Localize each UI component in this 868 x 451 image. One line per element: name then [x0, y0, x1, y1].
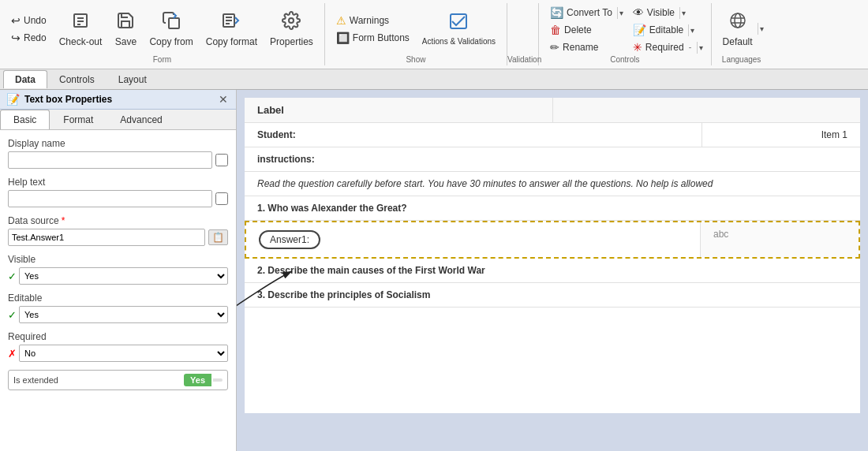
svg-point-12 — [735, 13, 741, 28]
visible-icon: 👁 — [633, 6, 644, 19]
copyfrom-button[interactable]: Copy from — [144, 8, 197, 50]
properties-button[interactable]: Properties — [265, 8, 318, 50]
question1-row: 1. Who was Alexander the Great? — [245, 196, 860, 221]
form-header-row: Label — [245, 98, 860, 123]
answer1-label-cell: Answer1: — [246, 222, 701, 257]
required-split: ✳ Required - ▾ — [628, 39, 705, 55]
actionsvalidations-button[interactable]: Actions & Validations — [417, 9, 500, 49]
editable-split: 📝 Editable ▾ — [628, 22, 705, 38]
convertto-split: 🔄 Convert To ▾ — [545, 5, 625, 20]
tab-data[interactable]: Data — [3, 70, 47, 88]
show-group-label: Show — [325, 55, 507, 64]
data-source-group: Data source * 📋 — [8, 215, 228, 246]
main-layout: 📝 Text box Properties ✕ Basic Format Adv… — [0, 90, 868, 451]
visible-arrow[interactable]: ▾ — [679, 7, 687, 19]
required-star: * — [62, 215, 65, 226]
editable-check-icon: ✓ — [8, 309, 17, 321]
toolbar-group-form: ↩ Undo ↪ Redo Check-out Save — [0, 3, 325, 65]
panel-content: Display name Help text — [0, 130, 236, 451]
form-header-label: Label — [245, 98, 553, 122]
is-extended-row: Is extended Yes — [8, 370, 228, 390]
data-source-browse-button[interactable]: 📋 — [208, 229, 228, 245]
svg-point-11 — [731, 13, 745, 28]
actionsvalidations-icon — [449, 12, 468, 35]
tab-layout[interactable]: Layout — [107, 70, 159, 88]
tab-controls[interactable]: Controls — [47, 70, 107, 88]
copyformat-button[interactable]: Copy format — [201, 8, 262, 50]
help-text-group: Help text — [8, 177, 228, 207]
browse-icon: 📋 — [212, 232, 224, 243]
panel-tab-format[interactable]: Format — [50, 110, 107, 129]
display-name-input[interactable] — [8, 151, 212, 169]
display-name-group: Display name — [8, 138, 228, 169]
required-select[interactable]: No Yes — [19, 345, 228, 362]
panel-header-left: 📝 Text box Properties — [6, 93, 112, 106]
default-button[interactable]: Default — [718, 8, 758, 50]
undo-icon: ↩ — [11, 14, 21, 27]
display-name-input-row — [8, 151, 228, 169]
delete-button[interactable]: 🗑 Delete — [545, 22, 625, 38]
editable-button[interactable]: 📝 Editable — [628, 22, 688, 38]
save-icon — [116, 11, 135, 35]
display-name-checkbox[interactable] — [215, 154, 228, 166]
editable-arrow[interactable]: ▾ — [688, 24, 696, 36]
rename-button[interactable]: ✏ Rename — [545, 39, 625, 55]
redo-button[interactable]: ↪ Redo — [6, 30, 51, 46]
required-group: Required ✗ No Yes — [8, 331, 228, 362]
instructions-label-row: instructions: — [245, 147, 860, 172]
panel-close-button[interactable]: ✕ — [217, 93, 230, 106]
editable-select[interactable]: Yes No — [19, 306, 228, 323]
form-container: Label Student: Item 1 instructions: Read… — [245, 98, 860, 413]
editable-group: Editable ✓ Yes No — [8, 293, 228, 323]
properties-icon — [282, 11, 301, 35]
visible-group: Visible ✓ Yes No — [8, 254, 228, 285]
warnings-icon: ⚠ — [336, 14, 346, 27]
help-text-checkbox[interactable] — [215, 192, 228, 205]
toggle-no-button[interactable] — [213, 378, 223, 382]
undo-button[interactable]: ↩ Undo — [6, 13, 51, 28]
toggle-yes-button[interactable]: Yes — [184, 374, 211, 386]
help-text-input[interactable] — [8, 190, 212, 207]
save-button[interactable]: Save — [110, 8, 141, 50]
toolbar-group-languages: Default ▾ Languages — [712, 3, 772, 65]
instructions-text-row: Read the question carefully before start… — [245, 172, 860, 196]
required-button[interactable]: ✳ Required - — [628, 39, 697, 55]
textbox-icon: 📝 — [6, 93, 20, 106]
panel-tab-advanced[interactable]: Advanced — [107, 110, 175, 129]
visible-check-icon: ✓ — [8, 270, 17, 282]
convertto-icon: 🔄 — [550, 6, 563, 19]
visible-select[interactable]: Yes No — [19, 267, 228, 285]
panel-tabs: Basic Format Advanced — [0, 110, 236, 130]
editable-label: Editable — [8, 293, 228, 304]
visible-label: Visible — [8, 254, 228, 265]
redo-icon: ↪ — [11, 32, 21, 44]
visible-button[interactable]: 👁 Visible — [628, 5, 679, 20]
data-source-label: Data source * — [8, 215, 228, 226]
checkout-icon — [71, 11, 90, 35]
panel-tab-basic[interactable]: Basic — [0, 110, 50, 129]
help-text-input-row — [8, 190, 228, 207]
student-value: Item 1 — [702, 123, 860, 147]
undo-redo-group: ↩ Undo ↪ Redo — [6, 13, 51, 46]
answer1-input-cell: abc — [701, 222, 859, 257]
student-label: Student: — [245, 123, 702, 147]
convertto-button[interactable]: 🔄 Convert To — [545, 5, 617, 20]
editable-select-row: ✓ Yes No — [8, 306, 228, 323]
form-group-label: form — [0, 55, 324, 64]
is-extended-toggle: Yes — [184, 374, 223, 386]
question2-row: 2. Describe the main causes of the First… — [245, 259, 860, 283]
data-source-input[interactable] — [8, 229, 205, 246]
convertto-arrow[interactable]: ▾ — [617, 7, 625, 19]
panel-title: Text box Properties — [24, 94, 112, 105]
default-icon — [728, 11, 747, 35]
toolbar-group-validation: Validation — [507, 3, 539, 65]
delete-icon: 🗑 — [550, 24, 561, 36]
toolbar: ↩ Undo ↪ Redo Check-out Save — [0, 0, 868, 69]
checkout-button[interactable]: Check-out — [54, 8, 107, 50]
warnings-button[interactable]: ⚠ Warnings — [331, 13, 414, 28]
copyformat-icon — [222, 11, 241, 35]
required-arrow[interactable]: ▾ — [697, 42, 705, 54]
panel-header: 📝 Text box Properties ✕ — [0, 90, 236, 110]
default-arrow[interactable]: ▾ — [758, 23, 765, 35]
formbuttons-button[interactable]: 🔲 Form Buttons — [331, 30, 414, 46]
